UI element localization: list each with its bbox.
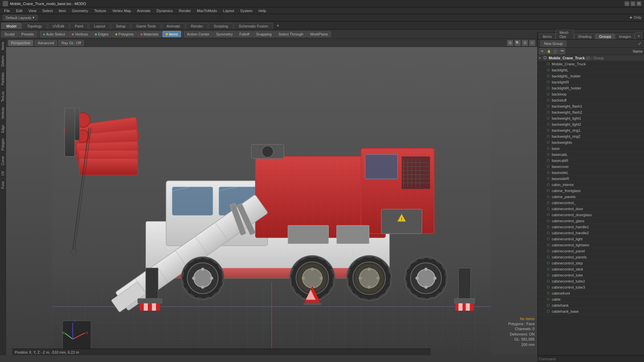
left-tab-polygon[interactable]: Polygon <box>0 135 6 153</box>
left-tab-vertices[interactable]: Vertices <box>0 104 6 122</box>
menu-select[interactable]: Select <box>40 8 55 13</box>
list-item[interactable]: ⬡ backweight_ring2 <box>538 133 644 139</box>
eye-icon[interactable]: 👁 <box>539 48 545 54</box>
menu-file[interactable]: File <box>1 8 13 13</box>
workplane-button[interactable]: WorkPlane <box>307 31 331 37</box>
list-item[interactable]: ⬡ backlightL <box>538 67 644 73</box>
list-item[interactable]: ⬡ backweight_flash1 <box>538 103 644 109</box>
list-item[interactable]: ⬡ cabinefront <box>538 290 644 296</box>
right-tab-items[interactable]: Items <box>539 34 555 39</box>
list-item[interactable]: ⬡ cabinecontrol_stick <box>538 266 644 272</box>
group-header-row[interactable]: ▾ ⬡ Mobile_Crane_Truck (2) : Group <box>538 55 644 61</box>
expand-right-button[interactable]: ⤢ <box>638 41 641 46</box>
action-center-button[interactable]: Action Center <box>184 31 213 37</box>
list-item[interactable]: ⬡ cablehank <box>538 302 644 308</box>
list-item[interactable]: ⬡ basecover <box>538 164 644 170</box>
tab-setup[interactable]: Setup <box>111 23 130 29</box>
falloff-button[interactable]: Falloff <box>236 31 253 37</box>
list-item[interactable]: ⬡ cabinecontrol_glass <box>538 218 644 224</box>
list-item[interactable]: ⬡ backstuff <box>538 97 644 103</box>
menu-layout[interactable]: Layout <box>220 8 237 13</box>
list-item[interactable]: ⬡ cabinecontrol_lightwire <box>538 242 644 248</box>
menu-edit[interactable]: Edit <box>13 8 25 13</box>
tab-render[interactable]: Render <box>186 23 208 29</box>
list-item[interactable]: ⬡ backlightR_holder <box>538 85 644 91</box>
list-item[interactable]: ⬡ cabinecontrol_handle2 <box>538 230 644 236</box>
presets-button[interactable]: Presets <box>18 31 37 37</box>
menu-vertexmap[interactable]: Vertex Map <box>110 8 134 13</box>
list-item[interactable]: ⬡ basesideL <box>538 170 644 176</box>
list-item[interactable]: ⬡ backloop <box>538 91 644 97</box>
list-item[interactable]: ⬡ cabine_frontglass <box>538 188 644 194</box>
left-tab-items[interactable]: Items <box>0 39 6 53</box>
list-item[interactable]: ⬡ cabinecontrol_step <box>538 260 644 266</box>
tab-layout[interactable]: Layout <box>89 23 110 29</box>
right-tab-images[interactable]: Images <box>615 34 635 39</box>
items-button[interactable]: ◆Items <box>162 31 181 37</box>
list-item[interactable]: ⬡ basesideR <box>538 176 644 182</box>
titlebar-controls[interactable]: — □ ✕ <box>625 1 641 6</box>
list-item[interactable]: ⬡ cabinecontrol_ <box>538 200 644 206</box>
menu-dynamics[interactable]: Dynamics <box>154 8 175 13</box>
tab-uvedit[interactable]: UVEdit <box>48 23 69 29</box>
layouts-dropdown[interactable]: Default Layouts ▾ <box>3 15 38 20</box>
list-item[interactable]: ⬡ backweight_ring1 <box>538 127 644 133</box>
menu-item[interactable]: Item <box>56 8 68 13</box>
snapping-button[interactable]: Snapping <box>253 31 275 37</box>
star-only[interactable]: ★ Only <box>629 15 641 20</box>
maximize-button[interactable]: □ <box>631 1 635 6</box>
right-tab-meshops[interactable]: Mesh Ops <box>556 29 574 39</box>
list-item[interactable]: ⬡ cabinecontrol_door <box>538 206 644 212</box>
list-item[interactable]: ⬡ cabinecontrol_handle1 <box>538 224 644 230</box>
left-tab-curve[interactable]: Curve <box>0 153 6 168</box>
close-button[interactable]: ✕ <box>637 1 641 6</box>
left-tab-deform[interactable]: Deform <box>0 53 6 69</box>
mesh-icon[interactable]: ⬡ <box>552 48 558 54</box>
list-item[interactable]: ⬡ cabinecontrol_tube3 <box>538 284 644 290</box>
viewport-icon-1[interactable]: ⊞ <box>507 40 513 46</box>
viewport-3d[interactable]: ! X Y Z No Items Polygons : Face Channel… <box>6 47 537 355</box>
tab-add-button[interactable]: + <box>274 22 282 29</box>
list-item[interactable]: ⬡ cabin_interior <box>538 182 644 188</box>
advanced-button[interactable]: Advanced <box>35 40 57 46</box>
tab-model[interactable]: Model <box>1 23 21 29</box>
list-item[interactable]: ⬡ cabinecontrol_tube2 <box>538 278 644 284</box>
list-item[interactable]: ⬡ cabinecontrol_doorglass <box>538 212 644 218</box>
left-tab-particles[interactable]: Particles <box>0 69 6 88</box>
edges-button[interactable]: ■Edges <box>92 31 112 37</box>
sculpt-button[interactable]: Sculpt <box>1 31 18 37</box>
menu-geometry[interactable]: Geometry <box>69 8 91 13</box>
list-item[interactable]: ⬡ cabinecontrol_panels <box>538 254 644 260</box>
left-tab-fuse[interactable]: Fuse <box>0 178 6 191</box>
autoselect-button[interactable]: ●Auto Select <box>40 31 68 37</box>
list-item[interactable]: ⬡ backweight_flash2 <box>538 109 644 115</box>
main-viewport[interactable]: Perspective Advanced Ray GL: Off ⊞ 🔍 ⚙ ≡ <box>6 39 537 355</box>
item-list[interactable]: ▾ ⬡ Mobile_Crane_Truck (2) : Group ⬡ Mob… <box>538 55 644 355</box>
menu-animate[interactable]: Animate <box>134 8 153 13</box>
list-item[interactable]: ⬡ backlightL_holder <box>538 73 644 79</box>
menu-texture[interactable]: Texture <box>92 8 109 13</box>
list-item[interactable]: ⬡ base <box>538 145 644 152</box>
list-item[interactable]: ⬡ cabine_panels <box>538 194 644 200</box>
list-item[interactable]: ⬡ backlightR <box>538 79 644 85</box>
list-item[interactable]: ⬡ backweights <box>538 139 644 145</box>
menu-help[interactable]: Help <box>256 8 269 13</box>
menu-render[interactable]: Render <box>176 8 194 13</box>
tab-topology[interactable]: Topology <box>22 23 47 29</box>
left-tab-uv[interactable]: UV <box>0 168 6 178</box>
left-tab-edge[interactable]: Edge <box>0 122 6 135</box>
right-tab-add[interactable]: + <box>635 33 642 39</box>
symmetry-button[interactable]: Symmetry <box>213 31 236 37</box>
menu-view[interactable]: View <box>26 8 39 13</box>
viewport-icon-3[interactable]: ⚙ <box>522 40 528 46</box>
perspective-button[interactable]: Perspective <box>8 40 33 46</box>
list-item[interactable]: ⬡ cable <box>538 296 644 302</box>
tab-schematic[interactable]: Schematic Fusion <box>234 23 273 29</box>
camera-icon[interactable]: 📷 <box>559 48 565 54</box>
vertices-button[interactable]: ■Vertices <box>69 31 91 37</box>
list-item[interactable]: ⬡ backweight_light2 <box>538 121 644 127</box>
viewport-icon-2[interactable]: 🔍 <box>515 40 521 46</box>
select-through-button[interactable]: Select Through <box>275 31 306 37</box>
list-item[interactable]: ⬡ cabinecontrol_light <box>538 236 644 242</box>
list-item[interactable]: ⬡ basecabR <box>538 158 644 164</box>
